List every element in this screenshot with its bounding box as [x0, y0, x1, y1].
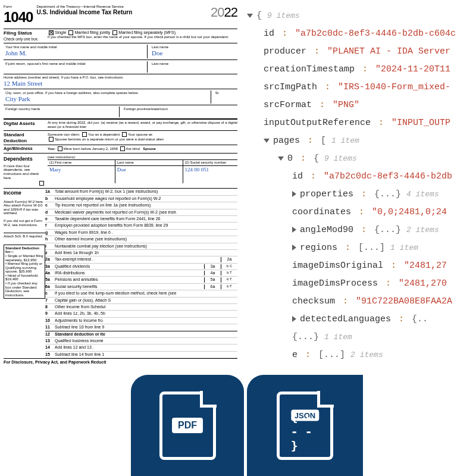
- json-root[interactable]: { 9 items: [247, 7, 476, 25]
- json-page-0[interactable]: 0 : { 9 items: [247, 150, 476, 168]
- json-row[interactable]: imageDimsOriginal : "2481,27: [247, 257, 476, 275]
- checkbox-mfs[interactable]: [112, 30, 117, 35]
- pdf-file-icon: PDF: [159, 392, 216, 460]
- filing-status-note: If you checked the MFS box, enter the na…: [48, 35, 237, 39]
- filing-status-row: Filing Status Check only one box. Single…: [4, 29, 237, 43]
- state-field[interactable]: St: [214, 90, 237, 104]
- json-row[interactable]: srcFormat : "PNG": [247, 96, 476, 114]
- digital-assets-label: Digital Assets: [4, 121, 45, 129]
- dep-first-value[interactable]: Mary: [48, 166, 115, 174]
- last-name-value: Doe: [152, 49, 236, 57]
- form-header: Form 1040 Department of the Treasury—Int…: [4, 5, 237, 29]
- address-value: 12 Main Street: [4, 80, 237, 87]
- json-row[interactable]: inputOutputReference : "INPUT_OUTP: [247, 114, 476, 132]
- chevron-right-icon[interactable]: [292, 227, 296, 233]
- joint-first-field[interactable]: If joint return, spouse's first name and…: [4, 61, 148, 73]
- income-section: Income Attach Form(s) W-2 here. Also att…: [4, 189, 237, 358]
- form-title: U.S. Individual Income Tax Return: [36, 9, 207, 16]
- pdf-badge: PDF: [131, 375, 244, 476]
- checkbox-spouse-itemizes[interactable]: [49, 137, 54, 142]
- dependents-label: Dependents If more than four dependents,…: [4, 155, 45, 187]
- dependents-table: (see instructions): (1) First name Last …: [48, 155, 237, 187]
- last-name-field[interactable]: Last name Doe: [150, 45, 237, 58]
- dep-last-header: Last name: [115, 160, 183, 165]
- age-blindness-row: Age/Blindness You: Were born before Janu…: [4, 145, 237, 153]
- checkbox-single[interactable]: [49, 30, 54, 35]
- digital-assets-text: At any time during 2022, did you: (a) re…: [48, 121, 237, 129]
- first-name-value: John M.: [5, 49, 145, 57]
- json-row[interactable]: srcImgPath : "IRS-1040-Form_mixed-: [247, 79, 476, 96]
- json-row[interactable]: coordinates : "0,0;2481,0;24: [247, 203, 476, 221]
- form-number-block: Form 1040: [4, 5, 33, 26]
- dep-last-value[interactable]: Doe: [115, 166, 183, 174]
- filing-status-options: Single Married filing jointly Married fi…: [48, 30, 237, 42]
- chevron-right-icon[interactable]: [292, 316, 296, 322]
- dependents-row: Dependents If more than four dependents,…: [4, 154, 237, 189]
- json-row[interactable]: {...} 1 item: [247, 328, 476, 346]
- form-number: 1040: [4, 9, 33, 26]
- first-name-field[interactable]: Your first name and middle initial John …: [4, 45, 148, 58]
- chevron-down-icon[interactable]: [264, 139, 270, 143]
- json-row[interactable]: producer : "PLANET AI - IDA Server: [247, 43, 476, 61]
- json-row[interactable]: id : "a7b2c0dc-8ef3-4446-b2db-c604c: [247, 25, 476, 43]
- json-row[interactable]: regions : [...] 1 item: [247, 239, 476, 257]
- filing-status-label: Filing Status Check only one box.: [4, 30, 45, 42]
- checkbox-more-dependents[interactable]: [39, 181, 44, 186]
- checkbox-born-before[interactable]: [58, 146, 62, 151]
- digital-assets-row: Digital Assets At any time during 2022, …: [4, 119, 237, 131]
- json-file-icon: JSON { - - - }: [277, 392, 333, 460]
- checkbox-blind[interactable]: [120, 146, 125, 151]
- name-row: Your first name and middle initial John …: [4, 43, 237, 60]
- foreign-country-field[interactable]: Foreign country name: [4, 107, 120, 117]
- std-deduction-row: Standard Deduction Someone can claim: Yo…: [4, 131, 237, 145]
- income-lines: 1aTotal amount from Form(s) W-2, box 1 (…: [45, 189, 237, 358]
- joint-last-field[interactable]: Last name: [150, 61, 237, 73]
- foreign-province-field[interactable]: Foreign province/state/coun: [122, 107, 237, 117]
- chevron-down-icon[interactable]: [247, 14, 253, 18]
- chevron-down-icon[interactable]: [278, 156, 284, 161]
- checkbox-mfj[interactable]: [68, 30, 73, 35]
- checkbox-spouse-dependent[interactable]: [122, 132, 127, 137]
- checkbox-you-dependent[interactable]: [82, 132, 87, 137]
- address-row[interactable]: Home address (number and street). If you…: [4, 74, 237, 89]
- dept-line: Department of the Treasury—Internal Reve…: [36, 5, 207, 9]
- json-row[interactable]: checksum : "91C722BA08E8FAA2A: [247, 293, 476, 311]
- foreign-row: Foreign country name Foreign province/st…: [4, 105, 237, 118]
- json-row[interactable]: imageDimsProcess : "2481,270: [247, 275, 476, 293]
- dep-ssn-value[interactable]: 124 00 051: [183, 166, 237, 174]
- joint-name-row: If joint return, spouse's first name and…: [4, 60, 237, 74]
- json-pages[interactable]: pages : [ 1 item: [247, 132, 476, 150]
- dep-first-header: (1) First name: [48, 160, 115, 165]
- json-badge: JSON { - - - }: [247, 375, 363, 476]
- age-blindness-label: Age/Blindness: [4, 146, 45, 151]
- json-row[interactable]: creationTimestamp : "2024-11-20T11: [247, 61, 476, 79]
- json-row[interactable]: id : "a7b2c0dc-8ef3-4446-b2db: [247, 168, 476, 186]
- dep-ssn-header: (2) Social security number: [183, 160, 237, 165]
- city-value: City Park: [5, 95, 209, 103]
- form-prefix: Form: [4, 5, 33, 9]
- chevron-right-icon[interactable]: [292, 245, 296, 250]
- city-field[interactable]: City, town, or post office. If you have …: [4, 90, 211, 104]
- form-title-block: Department of the Treasury—Internal Reve…: [36, 5, 207, 16]
- tax-year: 2022: [211, 5, 237, 20]
- json-row[interactable]: properties : {...} 4 items: [247, 186, 476, 203]
- json-row[interactable]: e : [...] 2 items: [247, 346, 476, 364]
- income-sidebar: Income Attach Form(s) W-2 here. Also att…: [4, 189, 45, 358]
- json-row[interactable]: detectedLanguages : {..: [247, 311, 476, 328]
- std-deduction-label: Standard Deduction: [4, 132, 45, 143]
- city-row: City, town, or post office. If you have …: [4, 89, 237, 105]
- std-deduction-body: Someone can claim: You as a dependent Yo…: [48, 132, 237, 143]
- json-row[interactable]: angleMod90 : {...} 2 items: [247, 221, 476, 239]
- chevron-right-icon[interactable]: [292, 191, 296, 197]
- disclosure-line: For Disclosure, Privacy Act, and Paperwo…: [4, 358, 237, 365]
